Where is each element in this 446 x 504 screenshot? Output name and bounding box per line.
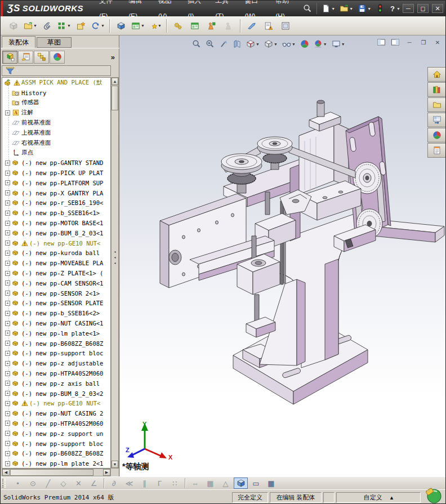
tree-item[interactable]: +(-) new pp-z support un: [2, 429, 110, 439]
tree-item[interactable]: ASSM PICK AND PLACE (默: [2, 78, 110, 88]
tree-item[interactable]: +(-) new pp-z adjustable: [2, 358, 110, 368]
zoom-to-area-icon[interactable]: [203, 38, 217, 50]
assembly-visualization-icon[interactable]: [187, 18, 203, 34]
expand-icon[interactable]: +: [5, 280, 10, 286]
triangle-icon[interactable]: △: [218, 478, 233, 489]
expand-icon[interactable]: +: [5, 171, 10, 176]
notification-badge-icon[interactable]: [424, 487, 443, 504]
tree-item[interactable]: +(-) new pp-PLATFORM SUP: [2, 178, 110, 188]
model-canvas[interactable]: [120, 35, 446, 476]
minimize-button[interactable]: ─: [403, 4, 414, 13]
tree-item[interactable]: +(-) new pp-support bloc: [2, 349, 110, 359]
zoom-to-fit-icon[interactable]: [190, 38, 203, 50]
expand-icon[interactable]: +: [5, 211, 10, 216]
expand-icon[interactable]: +: [5, 301, 10, 306]
spline-tool-icon[interactable]: ∂: [107, 478, 121, 489]
scroll-left-button[interactable]: ◀: [2, 469, 10, 476]
tree-item[interactable]: 上视基准面: [2, 128, 110, 138]
convert-entities-icon[interactable]: ⇔: [188, 478, 202, 489]
scroll-down-button[interactable]: ▼: [112, 461, 118, 468]
tree-item[interactable]: +(-) new pp-SENSOR 2<1>: [2, 288, 110, 298]
scroll-right-button[interactable]: ▶: [103, 469, 110, 476]
solidworks-resources-icon[interactable]: [427, 67, 446, 82]
panel-splitter-handle[interactable]: ◂◂◂: [112, 249, 118, 265]
panel-overflow-button[interactable]: »: [111, 53, 115, 61]
tree-item[interactable]: +(-) new pp-Z PLATE<1> (: [2, 268, 110, 278]
expand-icon[interactable]: +: [5, 431, 10, 436]
dropdown-arrow-icon[interactable]: ▼: [323, 42, 327, 46]
tree-item[interactable]: +(-) new pp-MOTOR BASE<1: [2, 218, 110, 228]
tree-item[interactable]: +(-) new pp-B608ZZ_B608Z: [2, 448, 110, 458]
view-settings-icon[interactable]: ▼: [329, 38, 347, 50]
tree-item[interactable]: +(-) new pp-support bloc: [2, 439, 110, 449]
dropdown-arrow-icon[interactable]: ▼: [33, 24, 37, 28]
reference-geometry-icon[interactable]: ▼: [147, 18, 163, 34]
expand-icon[interactable]: +: [5, 391, 10, 396]
move-component-icon[interactable]: ▼: [90, 18, 106, 34]
tree-item[interactable]: +(-) new pp-r_SEB16_190<: [2, 198, 110, 208]
dropdown-arrow-icon[interactable]: ▼: [158, 24, 162, 28]
file-explorer-icon[interactable]: [427, 97, 446, 112]
doc-minimize-button[interactable]: ─: [404, 38, 415, 47]
tree-item[interactable]: +(-) new pp-X GANTRY PLA: [2, 188, 110, 198]
tree-item[interactable]: +(-) new pp-HTPA40S2M060: [2, 418, 110, 429]
dropdown-arrow-icon[interactable]: ▼: [367, 7, 371, 11]
appearances-scenes-icon[interactable]: [427, 128, 446, 142]
tree-item[interactable]: +(-) new pp-PICK UP PLAT: [2, 168, 110, 178]
graphics-viewport[interactable]: ▼▼▼▼▼ ─❐✕ Y X Z *等轴测: [120, 35, 446, 476]
expand-icon[interactable]: +: [5, 411, 10, 416]
tree-item[interactable]: +(-) new pp-b_SSEB16<1>: [2, 208, 110, 218]
dropdown-arrow-icon[interactable]: ▼: [349, 7, 353, 11]
rebuild-indicator-icon[interactable]: [373, 3, 387, 14]
expand-icon[interactable]: +: [5, 180, 10, 185]
tree-item[interactable]: +(-) new pp-B608ZZ_B608Z: [2, 338, 110, 349]
smart-fasteners-icon[interactable]: [73, 18, 89, 34]
expand-icon[interactable]: +: [5, 451, 10, 456]
expand-icon[interactable]: +: [5, 421, 10, 426]
feature-tree[interactable]: ASSM PICK AND PLACE (默History传感器+A注解前视基准…: [2, 77, 111, 469]
expand-icon[interactable]: +: [5, 461, 10, 466]
dropdown-arrow-icon[interactable]: ▼: [67, 24, 71, 28]
expand-icon[interactable]: +: [5, 190, 10, 195]
expand-icon[interactable]: +: [5, 200, 10, 206]
expand-icon[interactable]: +: [5, 221, 10, 226]
circle-tool-icon[interactable]: ⊙: [26, 478, 40, 489]
large-design-review-icon[interactable]: [278, 18, 293, 34]
tree-item[interactable]: +(-) new pp-z axis ball: [2, 378, 110, 389]
status-cell-3[interactable]: 自定义 ▴: [336, 492, 421, 503]
pattern-tool-icon[interactable]: ∷: [168, 478, 182, 489]
expand-icon[interactable]: +: [5, 351, 10, 356]
dropdown-arrow-icon[interactable]: ▼: [256, 42, 260, 46]
scroll-thumb[interactable]: [112, 86, 118, 110]
linear-component-pattern-icon[interactable]: ▼: [56, 18, 72, 34]
assembly-features-icon[interactable]: ▼: [130, 18, 146, 34]
dropdown-arrow-icon[interactable]: ▼: [141, 24, 145, 28]
shaded-with-edges-icon[interactable]: [234, 478, 248, 489]
expand-icon[interactable]: +: [5, 230, 10, 235]
edit-appearance-icon[interactable]: [298, 38, 311, 50]
tree-item[interactable]: +(-) new pp-NUT CASING 2: [2, 408, 110, 418]
apply-scene-icon[interactable]: ▼: [311, 38, 329, 50]
tree-item[interactable]: +(-) new pp-lm plate<1>: [2, 328, 110, 338]
expand-icon[interactable]: +: [5, 110, 10, 115]
dropdown-arrow-icon[interactable]: ▼: [396, 7, 400, 11]
expand-icon[interactable]: +: [5, 160, 10, 166]
expand-icon[interactable]: +: [5, 331, 10, 336]
filter-icon[interactable]: ▼: [3, 65, 21, 77]
tree-item[interactable]: +(-) new pp-BUM_8_2_03<2: [2, 389, 110, 399]
grid-icon[interactable]: ▦: [203, 478, 217, 489]
section-view-icon[interactable]: [230, 38, 244, 50]
tree-item[interactable]: +(-) new pp-HTPA40S2M060: [2, 368, 110, 378]
tree-item[interactable]: +(-) new pp-SENSOR PLATE: [2, 298, 110, 309]
expand-icon[interactable]: +: [5, 321, 10, 326]
expand-icon[interactable]: +: [5, 261, 10, 266]
configurationmanager-tab-icon[interactable]: [34, 51, 49, 64]
tree-item[interactable]: +(-) new pp-GE10 NUT<: [2, 399, 110, 409]
search-icon[interactable]: [301, 3, 314, 14]
trim-tool-icon[interactable]: ✕: [72, 478, 86, 489]
tree-item[interactable]: +(-) new pp-BUM_8_2_03<1: [2, 228, 110, 238]
expand-icon[interactable]: +: [5, 311, 10, 316]
assemblyxpert-icon[interactable]: [261, 18, 276, 34]
expand-icon[interactable]: +: [5, 240, 10, 246]
displaymanager-tab-icon[interactable]: [50, 51, 65, 64]
